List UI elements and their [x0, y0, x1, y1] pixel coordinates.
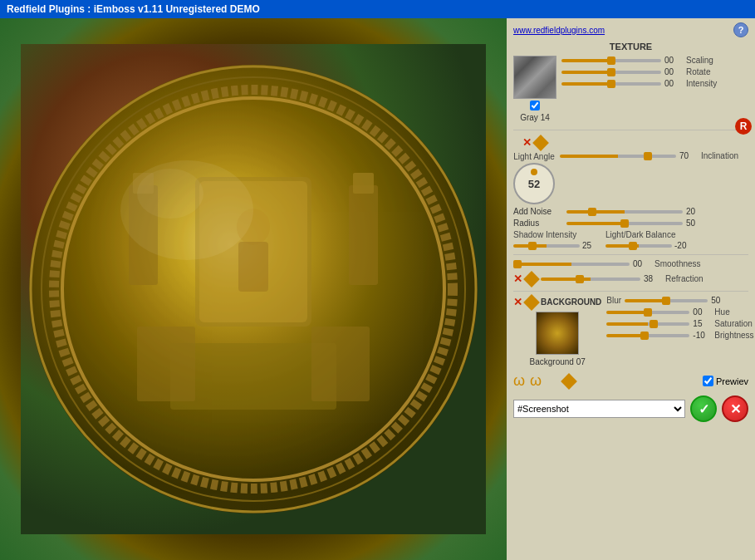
add-noise-slider[interactable] — [566, 210, 683, 214]
lightdark-slider[interactable] — [605, 244, 672, 248]
inclination-label: Inclination — [701, 151, 738, 160]
blur-slider[interactable] — [625, 299, 708, 302]
main-content: www.redfieldplugins.com ? TEXTURE Gray 1… — [0, 18, 755, 560]
title-text: Redfield Plugins : iEmboss v1.11 Unregis… — [7, 3, 260, 15]
smoothness-slider[interactable] — [513, 263, 630, 266]
bg-section-label: BACKGROUND — [541, 297, 601, 307]
scaling-slider[interactable] — [561, 59, 661, 62]
radius-row: Radius 50 — [513, 219, 748, 228]
canvas-area — [0, 18, 507, 560]
lightdark-slider-row: -20 — [605, 241, 693, 250]
light-angle-label: Light Angle — [513, 152, 555, 161]
wave-diamond[interactable] — [561, 373, 577, 390]
preview-group: Prewiev — [703, 376, 748, 386]
refraction-controls: ✕ — [513, 273, 537, 285]
scaling-value: 00 — [664, 56, 683, 65]
light-angle-dial[interactable]: 52 — [513, 163, 555, 204]
inclination-value: 70 — [679, 151, 698, 160]
radius-value: 50 — [686, 219, 704, 228]
svg-rect-10 — [238, 242, 268, 292]
light-angle-x-btn[interactable]: ✕ — [522, 136, 532, 149]
radius-label: Radius — [513, 219, 563, 228]
add-noise-group: Add Noise 20 — [513, 207, 748, 216]
svg-rect-14 — [353, 173, 374, 194]
rotate-label: Rotate — [686, 67, 710, 76]
blur-row: Blur 50 — [606, 296, 753, 305]
light-inclination-row: ✕ Light Angle 52 R 70 Inclination — [513, 135, 748, 204]
rotate-slider[interactable] — [561, 71, 661, 74]
add-noise-label: Add Noise — [513, 207, 563, 216]
brightness-row: -10 Brightness — [606, 331, 753, 340]
sep3 — [513, 291, 748, 292]
smoothness-row: 00 Smoothness — [513, 259, 748, 268]
svg-point-19 — [137, 169, 203, 219]
shadow-slider-row: 25 — [513, 241, 601, 250]
wave-icons: ω ω — [513, 372, 575, 390]
hue-slider[interactable] — [606, 311, 689, 314]
help-button[interactable]: ? — [733, 22, 748, 37]
blur-value: 50 — [711, 296, 729, 305]
light-angle-diamond[interactable] — [532, 135, 549, 151]
add-noise-row: Add Noise 20 — [513, 207, 748, 216]
saturation-row: 15 Saturation — [606, 319, 753, 328]
intensity-label: Intensity — [686, 79, 717, 88]
brightness-value: -10 — [693, 331, 711, 340]
saturation-slider[interactable] — [606, 322, 689, 326]
rotate-row: 00 Rotate — [561, 67, 748, 76]
intensity-slider[interactable] — [561, 82, 661, 86]
ok-button[interactable]: ✓ — [690, 395, 717, 422]
add-noise-value: 20 — [686, 207, 704, 216]
hue-value: 00 — [693, 307, 711, 317]
final-row: #Screenshot Layer 1 Background ✓ ✕ — [513, 395, 748, 422]
background-thumb-group: ✕ BACKGROUND Background 07 — [513, 296, 601, 366]
coin-preview — [21, 44, 486, 534]
background-thumbnail[interactable] — [536, 312, 579, 355]
scaling-label: Scaling — [686, 56, 713, 65]
light-angle-group: ✕ Light Angle 52 — [513, 135, 555, 204]
hue-label: Hue — [714, 307, 729, 317]
smoothness-value: 00 — [633, 259, 651, 268]
background-area: ✕ BACKGROUND Background 07 Blur 50 00 Hu… — [513, 296, 748, 366]
shadow-intensity-slider[interactable] — [513, 244, 580, 248]
wave-icon-1[interactable]: ω — [513, 372, 525, 390]
dial-dot — [531, 169, 537, 175]
shadow-group: Shadow Intensity 25 — [513, 230, 601, 250]
screenshot-dropdown[interactable]: #Screenshot Layer 1 Background — [513, 400, 685, 418]
wave-icon-2[interactable]: ω — [530, 372, 542, 390]
bg-x-btn[interactable]: ✕ — [513, 296, 522, 308]
wave-row: ω ω Prewiev — [513, 372, 748, 390]
top-link-row: www.redfieldplugins.com ? — [513, 22, 748, 37]
texture-checkbox[interactable] — [530, 101, 540, 111]
title-bar: Redfield Plugins : iEmboss v1.11 Unregis… — [0, 0, 755, 18]
refraction-x-btn[interactable]: ✕ — [513, 273, 522, 285]
preview-checkbox[interactable] — [703, 376, 713, 386]
bg-diamond[interactable] — [523, 294, 540, 311]
intensity-value: 00 — [664, 79, 683, 88]
shadow-intensity-label: Shadow Intensity — [513, 230, 601, 239]
texture-checkbox-row — [530, 101, 540, 111]
saturation-value: 15 — [693, 319, 711, 328]
right-panel: www.redfieldplugins.com ? TEXTURE Gray 1… — [507, 18, 755, 560]
background-controls: Blur 50 00 Hue 15 Saturation -10 — [606, 296, 753, 340]
radius-slider[interactable] — [566, 222, 683, 225]
r-badge: R — [735, 118, 752, 135]
refraction-label: Refraction — [665, 274, 704, 283]
website-link[interactable]: www.redfieldplugins.com — [513, 26, 605, 35]
brightness-label: Brightness — [714, 331, 753, 340]
refraction-diamond[interactable] — [523, 271, 540, 287]
bg-thumb-label: Background 07 — [530, 357, 586, 366]
inclination-row: 70 Inclination — [560, 151, 748, 160]
hue-row: 00 Hue — [606, 307, 753, 317]
texture-thumbnail[interactable] — [513, 56, 556, 99]
svg-rect-16 — [137, 327, 195, 401]
svg-rect-13 — [349, 185, 378, 285]
brightness-slider[interactable] — [606, 334, 689, 337]
intensity-row: 00 Intensity — [561, 79, 748, 88]
inclination-slider[interactable] — [560, 155, 676, 158]
smoothness-label: Smoothness — [654, 259, 701, 268]
refraction-slider[interactable] — [541, 278, 640, 281]
lightdark-label: Light/Dark Balance — [605, 230, 693, 239]
cancel-button[interactable]: ✕ — [722, 395, 748, 422]
inclination-group: R 70 Inclination — [560, 135, 748, 160]
saturation-label: Saturation — [714, 319, 753, 328]
